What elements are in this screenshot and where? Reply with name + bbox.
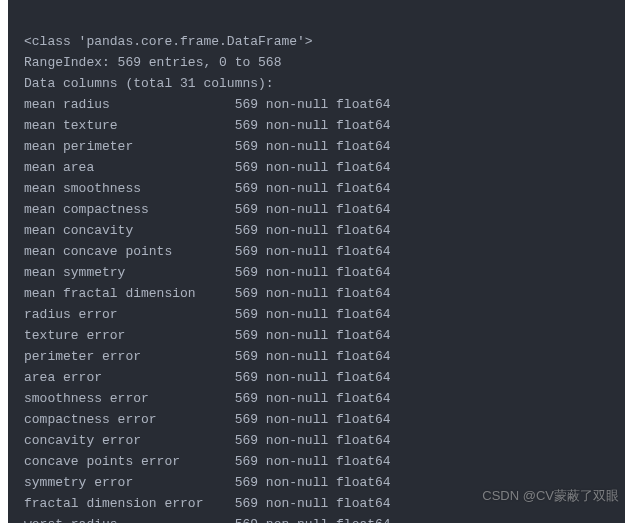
data-columns-line: Data columns (total 31 columns):	[24, 76, 274, 91]
class-line: <class 'pandas.core.frame.DataFrame'>	[24, 34, 313, 49]
terminal-output: <class 'pandas.core.frame.DataFrame'> Ra…	[8, 0, 625, 523]
column-rows: mean radius 569 non-null float64 mean te…	[24, 97, 391, 523]
range-index-line: RangeIndex: 569 entries, 0 to 568	[24, 55, 281, 70]
